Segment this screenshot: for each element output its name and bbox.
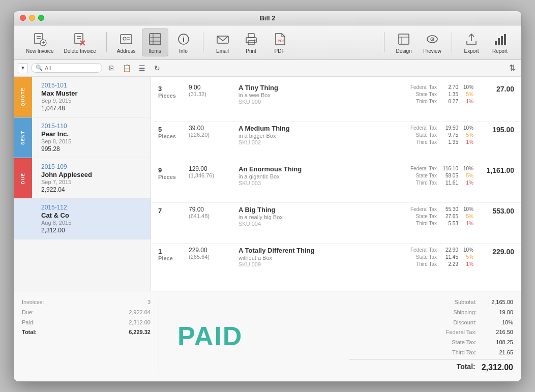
line-item-3[interactable]: 7 79.00 (641.48) A Big Thing in a really… [151,203,521,244]
line-sku: SKU 003 [239,180,392,186]
items-label: Items [148,48,161,54]
invoice-item-due[interactable]: DUE 2015-109 John Appleseed Sep 7, 2015 … [14,158,151,199]
invoice-amount-1: 1,047.48 [41,105,143,112]
tax-label: Federal Tax [410,206,437,213]
line-desc: in a really big Box [239,214,392,220]
line-item-4[interactable]: 1 Piece 229.00 (265.64) A Totally Differ… [151,244,521,284]
tax-pct: 10% [461,206,473,213]
minimize-button[interactable] [29,15,35,21]
line-sku: SKU 000 [239,99,392,105]
design-button[interactable]: Design [391,29,417,56]
status-sent-tag: SENT [14,117,32,158]
maximize-button[interactable] [38,15,44,21]
paste-button[interactable]: 📋 [121,62,133,74]
line-taxes: Federal Tax 55.30 10% State Tax 27.65 5%… [392,206,473,227]
address-button[interactable]: Address [113,29,140,56]
toolbar-group-view: Design Preview [387,29,450,56]
invoice-name-1: Max Muster [41,89,143,97]
line-desc: in a gigantic Box [239,173,392,179]
email-button[interactable]: Email [210,29,236,56]
divider-1 [106,32,107,52]
line-item-0[interactable]: 3 Pieces 9.00 (31.32) A Tiny Thing in a … [151,81,521,122]
invoice-number-4: 2015-112 [41,204,143,211]
third-tax-label: Third Tax: [349,348,477,358]
invoice-item-quote[interactable]: QUOTE 2015-101 Max Muster Sep 9, 2015 1,… [14,77,151,117]
line-total: 553.00 [473,206,514,215]
summary-left: Invoices: 3 Due: 2,922.04 Paid: 2,312.00… [22,297,159,375]
tax-label: Federal Tax [410,125,437,132]
tax-label: Third Tax [416,220,437,227]
invoice-number-1: 2015-101 [41,82,143,89]
pdf-label: PDF [275,48,285,54]
summary-third-tax: Third Tax: 21.65 [349,348,513,358]
line-taxes: Federal Tax 2.70 10% State Tax 1.35 5% T… [392,84,473,105]
line-sku: SKU 009 [239,261,392,267]
line-qty: 5 Pieces [158,125,189,139]
line-taxes: Federal Tax 116.10 10% State Tax 58.05 5… [392,165,473,187]
invoice-item-sent[interactable]: SENT 2015-110 Pear Inc. Sep 8, 2015 995.… [14,117,151,158]
preview-icon [424,31,440,47]
report-button[interactable]: Report [487,29,513,56]
email-icon [215,31,231,47]
filter-button[interactable]: ☰ [136,62,148,74]
delete-invoice-button[interactable]: Delete Invoice [60,29,100,56]
line-price: 39.00 (226.20) [189,125,234,138]
items-button[interactable]: Items [142,28,168,56]
toolbar-group-left: New Invoice Delete Invoice [18,29,104,56]
print-button[interactable]: Print [238,29,264,56]
info-icon: i [175,31,192,47]
invoice-number-2: 2015-110 [41,123,143,130]
tax-label: State Tax [415,172,437,179]
invoice-details-1: 2015-101 Max Muster Sep 9, 2015 1,047.48 [41,82,143,112]
preview-button[interactable]: Preview [419,29,445,56]
tax-amount: 22.90 [440,247,458,254]
svg-point-32 [432,39,433,40]
info-button[interactable]: i Info [170,29,197,56]
tax-amount: 1.35 [440,91,458,98]
line-price: 79.00 (641.48) [189,206,234,219]
svg-rect-34 [498,38,500,45]
tax-amount: 19.50 [440,125,458,132]
tax-pct: 5% [461,172,473,179]
copy-button[interactable]: ⎘ [105,62,117,74]
sort-button[interactable]: ⇅ [507,63,517,73]
svg-rect-27 [399,34,409,44]
report-icon [492,31,508,47]
line-price: 9.00 (31.32) [189,84,234,97]
tax-amount: 9.75 [440,132,458,139]
print-icon [243,31,259,47]
line-name: A Medium Thing [239,125,392,132]
search-input[interactable] [45,65,98,71]
svg-rect-33 [495,41,497,45]
refresh-button[interactable]: ↻ [151,62,163,74]
invoice-item-active[interactable]: 2015-112 Cat & Co Aug 8, 2015 2,312.00 [14,199,151,239]
line-item-1[interactable]: 5 Pieces 39.00 (226.20) A Medium Thing i… [151,122,521,162]
stat-paid: Paid: 2,312.00 [22,318,151,328]
search-box: 🔍 [31,63,102,73]
tax-amount: 5.53 [440,220,458,227]
line-name: A Big Thing [239,206,392,214]
new-invoice-button[interactable]: New Invoice [22,29,57,56]
tax-label: State Tax [415,91,437,98]
invoice-date-1: Sep 9, 2015 [41,98,143,104]
design-icon [396,31,412,47]
shipping-label: Shipping: [349,308,477,318]
tax-amount: 1.95 [440,139,458,146]
paid-label: Paid: [22,318,35,328]
collapse-button[interactable]: ▼ [18,63,28,73]
invoice-amount-2: 995.28 [41,145,143,153]
summary-state-tax: State Tax: 108.25 [349,338,513,348]
line-name-block: An Enormous Thing in a gigantic Box SKU … [234,165,392,186]
main-window: Bill 2 New Invoice [13,11,522,382]
print-label: Print [246,48,256,54]
close-button[interactable] [20,15,26,21]
tax-pct: 5% [461,254,473,261]
line-item-2[interactable]: 9 Pieces 129.00 (1,346.76) An Enormous T… [151,162,521,203]
secondary-toolbar: ▼ 🔍 ⎘ 📋 ☰ ↻ ⇅ [14,60,521,77]
discount-label: Discount: [349,318,477,328]
line-sku: SKU 004 [239,221,392,227]
pdf-button[interactable]: PDF PDF [266,29,293,56]
paid-stamp: PAID [167,297,341,375]
line-desc: in a bigger Box [239,133,392,139]
export-button[interactable]: Export [458,29,485,56]
